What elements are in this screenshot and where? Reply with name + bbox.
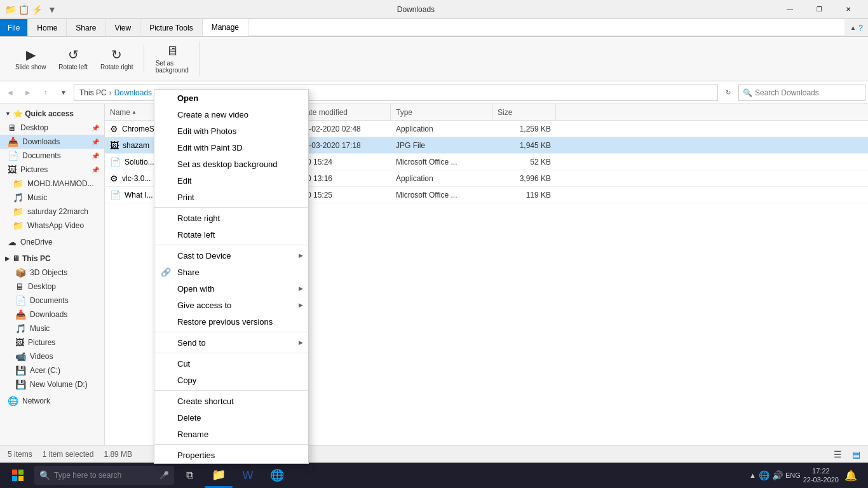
restore-button[interactable]: ❐ [804,0,834,19]
tab-file[interactable]: File [0,19,28,36]
desktop2-icon: 🖥 [15,281,24,292]
sidebar-item-whatsapp[interactable]: 📁 WhatsApp Video [0,219,104,233]
up-button[interactable]: ↑ [38,85,53,100]
ctx-restore-versions[interactable]: Restore previous versions [154,313,308,330]
ctx-sep6 [154,444,308,445]
sidebar-item-desktop2[interactable]: 🖥 Desktop [0,280,104,294]
file-type-vlc: Application [391,174,492,183]
sidebar-item-music2[interactable]: 🎵 Music [0,322,104,336]
explorer-taskbar-btn[interactable]: 📁 [205,463,233,488]
ctx-sep3 [154,332,308,332]
sidebar-item-downloads[interactable]: 📥 Downloads 📌 [0,135,104,149]
ctx-delete[interactable]: Delete [154,409,308,426]
sidebar-item-onedrive[interactable]: ☁ OneDrive [0,235,104,249]
ctx-copy[interactable]: Copy [154,372,308,388]
word-taskbar-btn[interactable]: W [234,463,262,488]
file-size-chrome: 1,259 KB [492,125,556,133]
status-selected: 1 item selected [43,450,94,459]
col-header-date[interactable]: Date modified [295,104,391,120]
start-button[interactable] [3,463,33,488]
ribbon-btn-slideshow[interactable]: ▶ Slide show [10,44,51,73]
microphone-icon[interactable]: 🎤 [159,471,169,480]
volume-tray-icon[interactable]: 🔊 [772,470,783,480]
sidebar-item-network[interactable]: 🌐 Network [0,394,104,408]
ctx-sep4 [154,353,308,353]
sidebar-item-docs2[interactable]: 📄 Documents [0,294,104,308]
file-size-solutio: 52 KB [492,158,556,166]
sidebar-item-mohd[interactable]: 📁 MOHD.MAHMOD... [0,177,104,191]
svg-rect-2 [12,476,17,481]
main-area: ▼ ⭐ Quick access 🖥 Desktop 📌 📥 Downloads… [0,104,868,470]
help-icon[interactable]: ? [858,24,863,32]
chrome-taskbar-btn[interactable]: 🌐 [263,463,291,488]
sidebar-item-desktop[interactable]: 🖥 Desktop 📌 [0,121,104,135]
crumb-thispc[interactable]: This PC [79,88,107,97]
ctx-set-background[interactable]: Set as desktop background [154,156,308,172]
explorer-icon: 📁 [212,468,226,482]
notification-icon: 🔔 [844,470,857,482]
downloads2-icon: 📥 [15,309,26,320]
tab-picture-tools[interactable]: Picture Tools [140,19,202,36]
ctx-sep2 [154,245,308,245]
ribbon-btn-set-background[interactable]: 🖥 Set asbackground [151,41,194,76]
sidebar-item-pictures2[interactable]: 🖼 Pictures [0,336,104,349]
taskview-button[interactable]: ⧉ [175,463,203,488]
ctx-rotate-right[interactable]: Rotate right [154,210,308,226]
col-header-size[interactable]: Size [492,104,556,120]
recent-locations-button[interactable]: ▼ [56,85,71,100]
ctx-give-access[interactable]: Give access to [154,297,308,313]
music-icon: 🎵 [13,193,24,203]
ribbon-btn-rotate-left[interactable]: ↺ Rotate left [53,44,93,73]
this-pc-header[interactable]: ▶ 🖥 This PC [0,252,104,266]
ctx-edit[interactable]: Edit [154,172,308,189]
notification-button[interactable]: 🔔 [841,463,860,488]
ctx-open[interactable]: Open [154,90,308,106]
tab-view[interactable]: View [105,19,140,36]
sidebar-item-music-qa[interactable]: 🎵 Music [0,191,104,205]
ctx-create-shortcut[interactable]: Create shortcut [154,393,308,409]
taskbar-search-box[interactable]: 🔍 Type here to search 🎤 [34,466,174,485]
sidebar-item-downloads2[interactable]: 📥 Downloads [0,308,104,322]
back-button[interactable]: ◀ [3,85,18,100]
forward-button[interactable]: ▶ [20,85,36,100]
refresh-button[interactable]: ↻ [721,85,736,100]
ctx-cast[interactable]: Cast to Device [154,247,308,264]
tab-manage[interactable]: Manage [203,19,248,36]
ctx-edit-paint3d[interactable]: Edit with Paint 3D [154,139,308,156]
search-input[interactable] [755,88,861,97]
tab-home[interactable]: Home [28,19,67,36]
ctx-cut[interactable]: Cut [154,355,308,372]
sidebar-item-documents[interactable]: 📄 Documents 📌 [0,149,104,163]
quick-access-header[interactable]: ▼ ⭐ Quick access [0,107,104,121]
taskbar-search-icon: 🔍 [39,470,50,480]
taskbar-clock[interactable]: 17:22 22-03-2020 [803,466,839,485]
sidebar-item-videos[interactable]: 📹 Videos [0,349,104,363]
system-tray-expand[interactable]: ▲ [749,471,756,479]
minimize-button[interactable]: — [775,0,804,19]
tab-share[interactable]: Share [67,19,105,36]
ctx-send-to[interactable]: Send to [154,334,308,351]
collapse-ribbon-icon[interactable]: ▲ [850,24,856,31]
ctx-open-with[interactable]: Open with [154,280,308,297]
ctx-sep1 [154,207,308,208]
ctx-rotate-left[interactable]: Rotate left [154,226,308,243]
col-header-type[interactable]: Type [391,104,492,120]
list-view-icon[interactable]: ☰ [834,449,842,459]
ctx-edit-photos[interactable]: Edit with Photos [154,123,308,139]
ctx-create-video[interactable]: Create a new video [154,106,308,123]
ctx-print[interactable]: Print [154,189,308,205]
network-tray-icon[interactable]: 🌐 [759,470,770,480]
sidebar-item-pictures[interactable]: 🖼 Pictures 📌 [0,163,104,177]
sidebar-item-acerc[interactable]: 💾 Acer (C:) [0,363,104,377]
ctx-rename[interactable]: Rename [154,426,308,442]
ctx-properties[interactable]: Properties [154,447,308,463]
sidebar-item-saturday[interactable]: 📁 saturday 22march [0,205,104,219]
detail-view-icon[interactable]: ▤ [852,449,860,459]
sidebar: ▼ ⭐ Quick access 🖥 Desktop 📌 📥 Downloads… [0,104,105,470]
ribbon-btn-rotate-right[interactable]: ↻ Rotate right [95,44,139,73]
crumb-downloads[interactable]: Downloads [114,88,152,97]
close-button[interactable]: ✕ [834,0,863,19]
sidebar-item-volumed[interactable]: 💾 New Volume (D:) [0,377,104,391]
ctx-share[interactable]: 🔗 Share [154,264,308,280]
sidebar-item-3dobjects[interactable]: 📦 3D Objects [0,266,104,280]
